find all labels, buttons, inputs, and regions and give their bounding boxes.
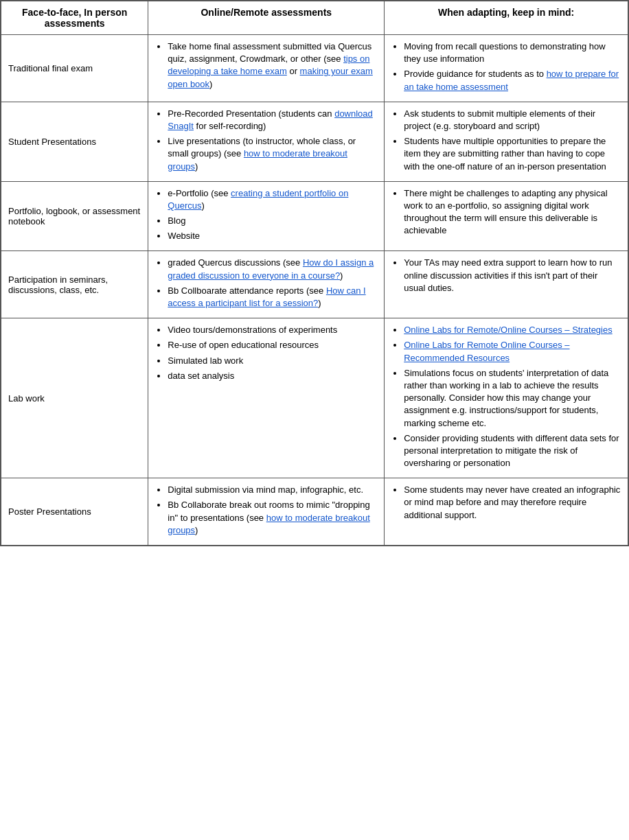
inline-link[interactable]: how to moderate breakout groups: [168, 148, 347, 171]
inline-link[interactable]: Online Labs for Remote Online Courses – …: [404, 340, 569, 362]
adapting-cell: Ask students to submit multiple elements…: [385, 102, 628, 181]
online-assessments-cell: graded Quercus discussions (see How do I…: [148, 251, 385, 318]
list-item: Pre-Recorded Presentation (students can …: [168, 108, 377, 132]
header-col1: Face-to-face, In person assessments: [1, 1, 148, 35]
row-label: Traditional final exam: [1, 35, 148, 102]
table-row: Student PresentationsPre-Recorded Presen…: [1, 102, 628, 181]
table-row: Participation in seminars, discussions, …: [1, 251, 628, 318]
row-label: Portfolio, logbook, or assessment notebo…: [1, 181, 148, 251]
list-item: e-Portfolio (see creating a student port…: [168, 187, 377, 212]
list-item: Moving from recall questions to demonstr…: [404, 40, 621, 65]
list-item: There might be challenges to adapting an…: [404, 187, 621, 237]
adapting-cell: Online Labs for Remote/Online Courses – …: [385, 318, 628, 478]
inline-link[interactable]: how to prepare for an take home assessme…: [404, 69, 619, 91]
list-item: Live presentations (to instructor, whole…: [168, 135, 377, 173]
list-item: Online Labs for Remote Online Courses – …: [404, 339, 621, 364]
online-assessments-cell: Digital submission via mind map, infogra…: [148, 478, 385, 546]
list-item: Bb Collaborate break out rooms to mimic …: [168, 499, 377, 537]
online-assessments-cell: Pre-Recorded Presentation (students can …: [148, 102, 385, 181]
inline-link[interactable]: How can I access a participant list for …: [168, 285, 365, 308]
row-label: Participation in seminars, discussions, …: [1, 251, 148, 318]
row-label: Student Presentations: [1, 102, 148, 181]
adapting-cell: Some students may never have created an …: [385, 478, 628, 546]
list-item: Video tours/demonstrations of experiment…: [168, 324, 377, 336]
list-item: Website: [168, 230, 377, 242]
header-col2: Online/Remote assessments: [148, 1, 385, 35]
list-item: Consider providing students with differe…: [404, 432, 621, 470]
list-item: Re-use of open educational resources: [168, 339, 377, 351]
table-row: Poster PresentationsDigital submission v…: [1, 478, 628, 546]
table-row: Portfolio, logbook, or assessment notebo…: [1, 181, 628, 251]
list-item: Simulations focus on students' interpret…: [404, 367, 621, 430]
list-item: Simulated lab work: [168, 355, 377, 367]
adapting-cell: There might be challenges to adapting an…: [385, 181, 628, 251]
inline-link[interactable]: creating a student portfolio on Quercus: [168, 188, 348, 211]
list-item: graded Quercus discussions (see How do I…: [168, 257, 377, 281]
list-item: Students have multiple opportunities to …: [404, 135, 621, 173]
list-item: Digital submission via mind map, infogra…: [168, 484, 377, 496]
inline-link[interactable]: download SnagIt: [168, 108, 372, 131]
inline-link[interactable]: how to moderate breakout groups: [168, 513, 369, 535]
table-row: Lab workVideo tours/demonstrations of ex…: [1, 318, 628, 478]
list-item: data set analysis: [168, 370, 377, 382]
row-label: Lab work: [1, 318, 148, 478]
online-assessments-cell: Take home final assessment submitted via…: [148, 35, 385, 102]
list-item: Your TAs may need extra support to learn…: [404, 257, 621, 294]
list-item: Take home final assessment submitted via…: [168, 40, 377, 91]
list-item: Online Labs for Remote/Online Courses – …: [404, 324, 621, 336]
list-item: Provide guidance for students as to how …: [404, 68, 621, 93]
adapting-cell: Moving from recall questions to demonstr…: [385, 35, 628, 102]
list-item: Blog: [168, 215, 377, 227]
list-item: Bb Collboarate attendance reports (see H…: [168, 285, 377, 310]
list-item: Some students may never have created an …: [404, 484, 621, 522]
inline-link[interactable]: Online Labs for Remote/Online Courses – …: [404, 325, 613, 335]
online-assessments-cell: Video tours/demonstrations of experiment…: [148, 318, 385, 478]
table-row: Traditional final examTake home final as…: [1, 35, 628, 102]
header-col3: When adapting, keep in mind:: [385, 1, 628, 35]
list-item: Ask students to submit multiple elements…: [404, 108, 621, 132]
adapting-cell: Your TAs may need extra support to learn…: [385, 251, 628, 318]
row-label: Poster Presentations: [1, 478, 148, 546]
inline-link[interactable]: How do I assign a graded discussion to e…: [168, 257, 374, 280]
online-assessments-cell: e-Portfolio (see creating a student port…: [148, 181, 385, 251]
